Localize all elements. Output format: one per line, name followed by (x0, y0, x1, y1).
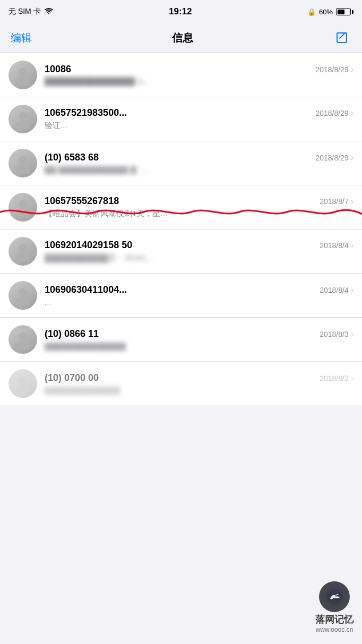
message-preview: ▓▓ ▓▓▓▓▓▓▓▓▓▓▓▓ ▓: ... (45, 165, 321, 174)
lock-icon: 🔒 (307, 8, 316, 16)
message-item[interactable]: (10) 0866 11 2018/8/3 › ▓▓▓▓▓▓▓▓▓▓▓▓▓▓ (0, 318, 362, 362)
svg-point-18 (19, 377, 27, 385)
message-meta: 2018/8/7 › (320, 197, 354, 206)
nav-bar: 编辑 信息 (0, 23, 362, 53)
svg-point-12 (19, 244, 27, 252)
message-date: 2018/8/29 (315, 154, 348, 162)
avatar (8, 61, 37, 89)
message-date: 2018/8/3 (320, 330, 349, 338)
message-content: 10657555267818 2018/8/7 › 【唯品会】美丽风暴仅剩1天，… (45, 196, 354, 219)
message-date: 2018/8/4 (320, 286, 349, 294)
message-content: 10690630411004... 2018/8/4 › ... (45, 284, 354, 307)
message-preview: ▓▓▓▓▓▓▓▓▓▓▓▓▓ (45, 386, 321, 395)
message-name: (10) 0866 11 (45, 328, 99, 340)
compose-icon (335, 31, 350, 46)
chevron-icon: › (351, 197, 354, 206)
message-name: 10086 (45, 64, 71, 75)
chevron-icon: › (351, 65, 354, 74)
compose-button[interactable] (333, 29, 351, 47)
message-preview: ▓▓▓▓▓▓▓▓▓▓▓是：35241... (45, 253, 321, 263)
message-meta: 2018/8/29 › (315, 153, 354, 163)
watermark: 落网记忆 www.oooc.cn (315, 581, 354, 633)
message-preview: 【唯品会】美丽风暴仅剩1天，星... (45, 209, 321, 219)
message-content: (10) 0866 11 2018/8/3 › ▓▓▓▓▓▓▓▓▓▓▓▓▓▓ (45, 328, 354, 351)
message-date: 2018/8/2 (320, 374, 349, 383)
message-meta: 2018/8/29 › (315, 108, 354, 118)
avatar (8, 369, 37, 398)
message-item[interactable]: 10086 2018/8/29 › ████████████████ O... (0, 53, 362, 97)
svg-line-1 (340, 33, 345, 38)
message-date: 2018/8/29 (315, 109, 348, 117)
message-name: 10690630411004... (45, 284, 127, 295)
chevron-icon: › (351, 108, 354, 118)
status-right: 🔒 60% (307, 8, 354, 16)
battery-icon (336, 8, 354, 15)
chevron-icon: › (351, 241, 354, 250)
svg-point-7 (16, 120, 30, 129)
svg-point-6 (19, 112, 27, 120)
svg-point-14 (19, 289, 27, 296)
chevron-icon: › (351, 285, 354, 295)
message-date: 2018/8/4 (320, 241, 349, 250)
nav-title: 信息 (172, 31, 193, 45)
message-name: (10) 0700 00 (45, 372, 99, 384)
avatar (8, 237, 37, 266)
message-list: 10086 2018/8/29 › ████████████████ O... … (0, 53, 362, 406)
message-name: 10657555267818 (45, 196, 119, 207)
message-content: 10657521983500... 2018/8/29 › 验证... (45, 107, 354, 131)
svg-point-8 (19, 156, 27, 164)
svg-point-17 (16, 341, 30, 350)
chevron-icon: › (351, 374, 354, 383)
message-preview: ████████████████ O... (45, 77, 321, 86)
avatar (8, 281, 37, 310)
message-name: 10692014029158 50 (45, 240, 132, 251)
message-item[interactable]: 10657555267818 2018/8/7 › 【唯品会】美丽风暴仅剩1天，… (0, 185, 362, 230)
message-date: 2018/8/7 (320, 197, 349, 206)
watermark-logo (319, 581, 350, 612)
message-name: 10657521983500... (45, 107, 127, 118)
svg-point-13 (16, 252, 30, 261)
status-time: 19:12 (169, 6, 192, 17)
message-content: 10692014029158 50 2018/8/4 › ▓▓▓▓▓▓▓▓▓▓▓… (45, 240, 354, 263)
avatar (8, 325, 37, 354)
avatar (8, 149, 37, 177)
svg-rect-0 (337, 33, 347, 43)
message-meta: 2018/8/4 › (320, 285, 354, 295)
watermark-site: 落网记忆 (315, 613, 354, 626)
chevron-icon: › (351, 329, 354, 339)
svg-point-16 (19, 333, 27, 341)
message-preview: ... (45, 298, 321, 307)
message-preview: ▓▓▓▓▓▓▓▓▓▓▓▓▓▓ (45, 342, 321, 351)
message-content: (10) 6583 68 2018/8/29 › ▓▓ ▓▓▓▓▓▓▓▓▓▓▓▓… (45, 152, 354, 174)
edit-button[interactable]: 编辑 (11, 31, 32, 45)
watermark-url: www.oooc.cn (316, 626, 354, 633)
message-meta: 2018/8/3 › (320, 329, 354, 339)
message-content: (10) 0700 00 2018/8/2 › ▓▓▓▓▓▓▓▓▓▓▓▓▓ (45, 372, 354, 395)
avatar (8, 193, 37, 222)
message-content: 10086 2018/8/29 › ████████████████ O... (45, 64, 354, 86)
message-item[interactable]: 10692014029158 50 2018/8/4 › ▓▓▓▓▓▓▓▓▓▓▓… (0, 230, 362, 274)
svg-point-15 (16, 296, 30, 306)
chevron-icon: › (351, 153, 354, 163)
watermark-bird-icon (325, 587, 344, 606)
carrier-label: 无 SIM 卡 (8, 7, 41, 16)
battery-percent: 60% (319, 8, 333, 16)
status-bar: 无 SIM 卡 19:12 🔒 60% (0, 0, 362, 23)
svg-point-5 (16, 76, 30, 85)
svg-point-4 (19, 68, 27, 76)
message-date: 2018/8/29 (315, 65, 348, 74)
message-item[interactable]: (10) 6583 68 2018/8/29 › ▓▓ ▓▓▓▓▓▓▓▓▓▓▓▓… (0, 141, 362, 185)
message-meta: 2018/8/2 › (320, 374, 354, 383)
message-item[interactable]: (10) 0700 00 2018/8/2 › ▓▓▓▓▓▓▓▓▓▓▓▓▓ (0, 362, 362, 406)
message-name: (10) 6583 68 (45, 152, 99, 163)
message-item[interactable]: 10657521983500... 2018/8/29 › 验证... (0, 97, 362, 141)
message-item[interactable]: 10690630411004... 2018/8/4 › ... (0, 274, 362, 318)
svg-point-10 (19, 200, 27, 208)
message-meta: 2018/8/4 › (320, 241, 354, 250)
message-meta: 2018/8/29 › (315, 65, 354, 74)
svg-point-19 (16, 385, 30, 394)
svg-point-9 (16, 164, 30, 173)
svg-point-11 (16, 208, 30, 217)
status-left: 无 SIM 卡 (8, 7, 54, 16)
message-preview: 验证... (45, 121, 321, 131)
